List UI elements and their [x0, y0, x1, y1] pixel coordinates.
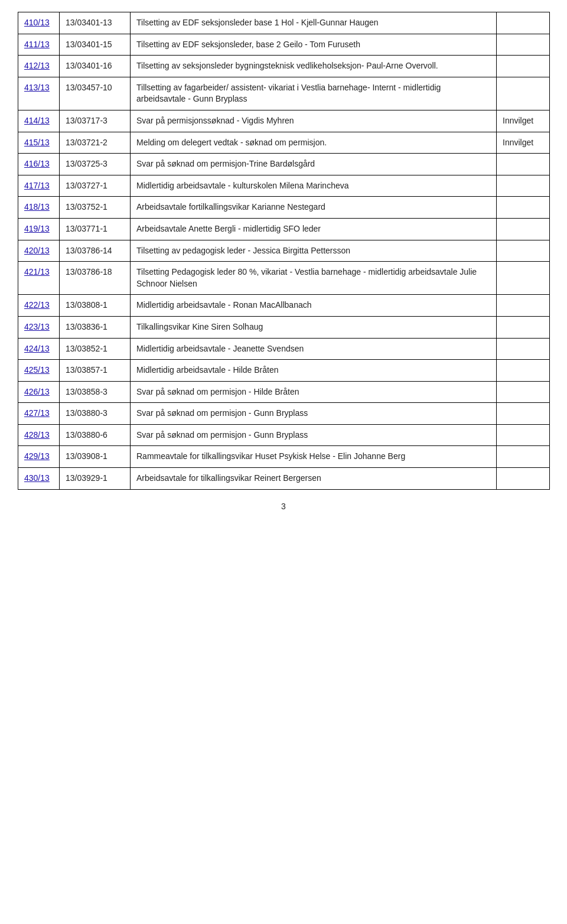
row-ref: 13/03401-13: [60, 12, 131, 34]
row-status: [497, 12, 550, 34]
row-ref: 13/03858-3: [60, 381, 131, 403]
row-status: Innvilget: [497, 110, 550, 132]
row-ref: 13/03457-10: [60, 77, 131, 110]
row-id[interactable]: 428/13: [18, 424, 60, 446]
row-description: Tilsetting Pedagogisk leder 80 %, vikari…: [131, 262, 497, 295]
row-status: [497, 338, 550, 360]
row-id[interactable]: 423/13: [18, 316, 60, 338]
row-description: Arbeidsavtale fortilkallingsvikar Karian…: [131, 197, 497, 219]
row-status: [497, 154, 550, 175]
row-ref: 13/03717-3: [60, 110, 131, 132]
table-row: 420/1313/03786-14Tilsetting av pedagogis…: [18, 240, 550, 262]
row-description: Svar på søknad om permisjon-Trine Bardøl…: [131, 154, 497, 175]
row-id[interactable]: 417/13: [18, 175, 60, 197]
table-row: 413/1313/03457-10Tillsetting av fagarbei…: [18, 77, 550, 110]
table-row: 428/1313/03880-6Svar på søknad om permis…: [18, 424, 550, 446]
row-id[interactable]: 415/13: [18, 132, 60, 154]
row-status: [497, 295, 550, 317]
table-row: 430/1313/03929-1Arbeidsavtale for tilkal…: [18, 468, 550, 490]
row-status: [497, 381, 550, 403]
row-id[interactable]: 429/13: [18, 446, 60, 468]
table-row: 417/1313/03727-1Midlertidig arbeidsavtal…: [18, 175, 550, 197]
table-row: 427/1313/03880-3Svar på søknad om permis…: [18, 403, 550, 425]
row-status: [497, 316, 550, 338]
row-status: [497, 218, 550, 240]
row-description: Tilsetting av EDF seksjonsleder, base 2 …: [131, 34, 497, 56]
row-description: Arbeidsavtale for tilkallingsvikar Reine…: [131, 468, 497, 490]
row-id[interactable]: 425/13: [18, 360, 60, 382]
row-description: Arbeidsavtale Anette Bergli - midlertidi…: [131, 218, 497, 240]
row-id[interactable]: 414/13: [18, 110, 60, 132]
row-description: Svar på søknad om permisjon - Gunn Brypl…: [131, 424, 497, 446]
row-ref: 13/03752-1: [60, 197, 131, 219]
row-description: Tilkallingsvikar Kine Siren Solhaug: [131, 316, 497, 338]
table-row: 429/1313/03908-1Rammeavtale for tilkalli…: [18, 446, 550, 468]
row-description: Tilsetting av seksjonsleder bygningstekn…: [131, 56, 497, 77]
table-row: 426/1313/03858-3Svar på søknad om permis…: [18, 381, 550, 403]
row-ref: 13/03401-16: [60, 56, 131, 77]
row-ref: 13/03786-18: [60, 262, 131, 295]
row-status: [497, 56, 550, 77]
row-description: Midlertidig arbeidsavtale - Jeanette Sve…: [131, 338, 497, 360]
row-id[interactable]: 418/13: [18, 197, 60, 219]
row-description: Svar på permisjonssøknad - Vigdis Myhren: [131, 110, 497, 132]
row-id[interactable]: 430/13: [18, 468, 60, 490]
table-row: 421/1313/03786-18Tilsetting Pedagogisk l…: [18, 262, 550, 295]
table-row: 418/1313/03752-1Arbeidsavtale fortilkall…: [18, 197, 550, 219]
row-status: [497, 175, 550, 197]
row-status: Innvilget: [497, 132, 550, 154]
row-id[interactable]: 422/13: [18, 295, 60, 317]
page-number: 3: [18, 502, 549, 511]
row-status: [497, 77, 550, 110]
table-row: 422/1313/03808-1Midlertidig arbeidsavtal…: [18, 295, 550, 317]
row-ref: 13/03880-6: [60, 424, 131, 446]
table-row: 411/1313/03401-15Tilsetting av EDF seksj…: [18, 34, 550, 56]
row-description: Midlertidig arbeidsavtale - kulturskolen…: [131, 175, 497, 197]
row-status: [497, 424, 550, 446]
row-id[interactable]: 424/13: [18, 338, 60, 360]
row-status: [497, 240, 550, 262]
table-row: 419/1313/03771-1Arbeidsavtale Anette Ber…: [18, 218, 550, 240]
table-row: 410/1313/03401-13Tilsetting av EDF seksj…: [18, 12, 550, 34]
row-id[interactable]: 412/13: [18, 56, 60, 77]
row-description: Midlertidig arbeidsavtale - Hilde Bråten: [131, 360, 497, 382]
row-status: [497, 403, 550, 425]
row-id[interactable]: 410/13: [18, 12, 60, 34]
row-id[interactable]: 427/13: [18, 403, 60, 425]
row-ref: 13/03725-3: [60, 154, 131, 175]
row-ref: 13/03721-2: [60, 132, 131, 154]
row-status: [497, 446, 550, 468]
row-description: Tilsetting av EDF seksjonsleder base 1 H…: [131, 12, 497, 34]
row-ref: 13/03786-14: [60, 240, 131, 262]
row-id[interactable]: 419/13: [18, 218, 60, 240]
row-description: Tilsetting av pedagogisk leder - Jessica…: [131, 240, 497, 262]
row-ref: 13/03727-1: [60, 175, 131, 197]
row-ref: 13/03771-1: [60, 218, 131, 240]
row-ref: 13/03857-1: [60, 360, 131, 382]
table-row: 425/1313/03857-1Midlertidig arbeidsavtal…: [18, 360, 550, 382]
row-ref: 13/03808-1: [60, 295, 131, 317]
row-id[interactable]: 413/13: [18, 77, 60, 110]
row-ref: 13/03852-1: [60, 338, 131, 360]
row-description: Rammeavtale for tilkallingsvikar Huset P…: [131, 446, 497, 468]
row-description: Svar på søknad om permisjon - Gunn Brypl…: [131, 403, 497, 425]
row-description: Melding om delegert vedtak - søknad om p…: [131, 132, 497, 154]
row-ref: 13/03880-3: [60, 403, 131, 425]
row-description: Svar på søknad om permisjon - Hilde Bråt…: [131, 381, 497, 403]
row-id[interactable]: 416/13: [18, 154, 60, 175]
row-id[interactable]: 426/13: [18, 381, 60, 403]
row-id[interactable]: 421/13: [18, 262, 60, 295]
table-row: 416/1313/03725-3Svar på søknad om permis…: [18, 154, 550, 175]
row-id[interactable]: 411/13: [18, 34, 60, 56]
table-row: 424/1313/03852-1Midlertidig arbeidsavtal…: [18, 338, 550, 360]
row-status: [497, 468, 550, 490]
row-status: [497, 34, 550, 56]
row-ref: 13/03401-15: [60, 34, 131, 56]
row-description: Tillsetting av fagarbeider/ assistent- v…: [131, 77, 497, 110]
row-ref: 13/03908-1: [60, 446, 131, 468]
table-row: 415/1313/03721-2Melding om delegert vedt…: [18, 132, 550, 154]
row-ref: 13/03836-1: [60, 316, 131, 338]
row-id[interactable]: 420/13: [18, 240, 60, 262]
row-status: [497, 360, 550, 382]
row-status: [497, 197, 550, 219]
